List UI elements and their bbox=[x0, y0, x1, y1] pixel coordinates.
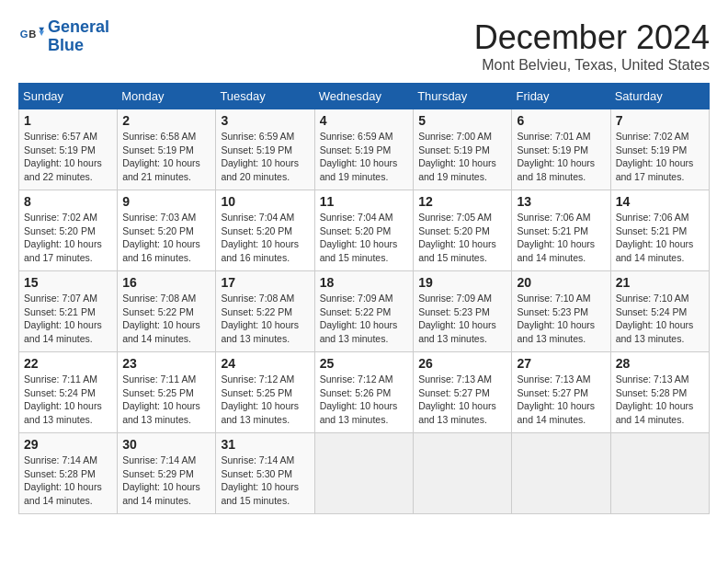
column-header-monday: Monday bbox=[118, 84, 216, 109]
day-info: Sunrise: 7:14 AMSunset: 5:29 PMDaylight:… bbox=[122, 454, 210, 508]
day-number: 2 bbox=[122, 113, 210, 128]
day-info: Sunrise: 7:04 AMSunset: 5:20 PMDaylight:… bbox=[221, 211, 309, 265]
calendar-subtitle: Mont Belvieu, Texas, United States bbox=[474, 57, 710, 74]
day-info: Sunrise: 7:02 AMSunset: 5:20 PMDaylight:… bbox=[24, 211, 112, 265]
calendar-cell: 30Sunrise: 7:14 AMSunset: 5:29 PMDayligh… bbox=[118, 433, 216, 514]
day-number: 24 bbox=[221, 356, 309, 371]
day-info: Sunrise: 7:02 AMSunset: 5:19 PMDaylight:… bbox=[616, 130, 704, 184]
svg-marker-3 bbox=[39, 30, 44, 36]
column-header-friday: Friday bbox=[512, 84, 610, 109]
calendar-cell: 9Sunrise: 7:03 AMSunset: 5:20 PMDaylight… bbox=[118, 190, 216, 271]
day-number: 28 bbox=[616, 356, 704, 371]
day-number: 13 bbox=[517, 194, 605, 209]
column-header-tuesday: Tuesday bbox=[216, 84, 314, 109]
day-info: Sunrise: 7:08 AMSunset: 5:22 PMDaylight:… bbox=[122, 292, 210, 346]
day-number: 16 bbox=[122, 275, 210, 290]
day-number: 17 bbox=[221, 275, 309, 290]
column-header-sunday: Sunday bbox=[19, 84, 118, 109]
calendar-cell: 13Sunrise: 7:06 AMSunset: 5:21 PMDayligh… bbox=[512, 190, 610, 271]
page-header: G B General Blue December 2024 Mont Belv… bbox=[18, 18, 710, 74]
calendar-cell: 12Sunrise: 7:05 AMSunset: 5:20 PMDayligh… bbox=[414, 190, 512, 271]
day-number: 15 bbox=[24, 275, 112, 290]
day-info: Sunrise: 7:13 AMSunset: 5:27 PMDaylight:… bbox=[517, 373, 605, 427]
calendar-cell: 28Sunrise: 7:13 AMSunset: 5:28 PMDayligh… bbox=[610, 352, 709, 433]
calendar-title: December 2024 bbox=[474, 18, 710, 57]
calendar-cell: 8Sunrise: 7:02 AMSunset: 5:20 PMDaylight… bbox=[19, 190, 118, 271]
day-info: Sunrise: 7:05 AMSunset: 5:20 PMDaylight:… bbox=[418, 211, 506, 265]
day-info: Sunrise: 6:59 AMSunset: 5:19 PMDaylight:… bbox=[320, 130, 409, 184]
calendar-cell: 11Sunrise: 7:04 AMSunset: 5:20 PMDayligh… bbox=[314, 190, 414, 271]
calendar-cell: 31Sunrise: 7:14 AMSunset: 5:30 PMDayligh… bbox=[216, 433, 314, 514]
day-number: 8 bbox=[24, 194, 112, 209]
day-info: Sunrise: 7:04 AMSunset: 5:20 PMDaylight:… bbox=[320, 211, 409, 265]
calendar-cell: 21Sunrise: 7:10 AMSunset: 5:24 PMDayligh… bbox=[610, 271, 709, 352]
calendar-cell: 16Sunrise: 7:08 AMSunset: 5:22 PMDayligh… bbox=[118, 271, 216, 352]
calendar-cell: 29Sunrise: 7:14 AMSunset: 5:28 PMDayligh… bbox=[19, 433, 118, 514]
title-section: December 2024 Mont Belvieu, Texas, Unite… bbox=[474, 18, 710, 74]
calendar-cell: 4Sunrise: 6:59 AMSunset: 5:19 PMDaylight… bbox=[314, 109, 414, 190]
calendar-header-row: SundayMondayTuesdayWednesdayThursdayFrid… bbox=[19, 84, 710, 109]
calendar-cell: 15Sunrise: 7:07 AMSunset: 5:21 PMDayligh… bbox=[19, 271, 118, 352]
calendar-row: 8Sunrise: 7:02 AMSunset: 5:20 PMDaylight… bbox=[19, 190, 710, 271]
calendar-cell: 22Sunrise: 7:11 AMSunset: 5:24 PMDayligh… bbox=[19, 352, 118, 433]
day-info: Sunrise: 7:06 AMSunset: 5:21 PMDaylight:… bbox=[616, 211, 704, 265]
day-info: Sunrise: 7:14 AMSunset: 5:28 PMDaylight:… bbox=[24, 454, 112, 508]
day-number: 30 bbox=[122, 437, 210, 452]
calendar-cell: 24Sunrise: 7:12 AMSunset: 5:25 PMDayligh… bbox=[216, 352, 314, 433]
day-number: 18 bbox=[320, 275, 409, 290]
day-number: 26 bbox=[418, 356, 506, 371]
day-info: Sunrise: 6:58 AMSunset: 5:19 PMDaylight:… bbox=[122, 130, 210, 184]
day-info: Sunrise: 7:13 AMSunset: 5:28 PMDaylight:… bbox=[616, 373, 704, 427]
calendar-cell bbox=[314, 433, 414, 514]
day-info: Sunrise: 7:07 AMSunset: 5:21 PMDaylight:… bbox=[24, 292, 112, 346]
day-number: 6 bbox=[517, 113, 605, 128]
calendar-cell: 10Sunrise: 7:04 AMSunset: 5:20 PMDayligh… bbox=[216, 190, 314, 271]
day-number: 23 bbox=[122, 356, 210, 371]
day-info: Sunrise: 7:12 AMSunset: 5:25 PMDaylight:… bbox=[221, 373, 309, 427]
calendar-cell bbox=[610, 433, 709, 514]
calendar-row: 29Sunrise: 7:14 AMSunset: 5:28 PMDayligh… bbox=[19, 433, 710, 514]
day-info: Sunrise: 7:11 AMSunset: 5:25 PMDaylight:… bbox=[122, 373, 210, 427]
day-info: Sunrise: 7:11 AMSunset: 5:24 PMDaylight:… bbox=[24, 373, 112, 427]
calendar-cell: 1Sunrise: 6:57 AMSunset: 5:19 PMDaylight… bbox=[19, 109, 118, 190]
calendar-row: 22Sunrise: 7:11 AMSunset: 5:24 PMDayligh… bbox=[19, 352, 710, 433]
calendar-cell: 3Sunrise: 6:59 AMSunset: 5:19 PMDaylight… bbox=[216, 109, 314, 190]
day-info: Sunrise: 7:00 AMSunset: 5:19 PMDaylight:… bbox=[418, 130, 506, 184]
logo-text: General Blue bbox=[48, 18, 109, 55]
day-info: Sunrise: 7:09 AMSunset: 5:22 PMDaylight:… bbox=[320, 292, 409, 346]
day-info: Sunrise: 7:01 AMSunset: 5:19 PMDaylight:… bbox=[517, 130, 605, 184]
calendar-cell: 26Sunrise: 7:13 AMSunset: 5:27 PMDayligh… bbox=[414, 352, 512, 433]
column-header-saturday: Saturday bbox=[610, 84, 709, 109]
day-number: 4 bbox=[320, 113, 409, 128]
day-number: 19 bbox=[418, 275, 506, 290]
calendar-row: 1Sunrise: 6:57 AMSunset: 5:19 PMDaylight… bbox=[19, 109, 710, 190]
day-number: 3 bbox=[221, 113, 309, 128]
day-number: 21 bbox=[616, 275, 704, 290]
day-info: Sunrise: 7:10 AMSunset: 5:23 PMDaylight:… bbox=[517, 292, 605, 346]
day-info: Sunrise: 7:03 AMSunset: 5:20 PMDaylight:… bbox=[122, 211, 210, 265]
day-info: Sunrise: 6:57 AMSunset: 5:19 PMDaylight:… bbox=[24, 130, 112, 184]
day-number: 20 bbox=[517, 275, 605, 290]
day-number: 31 bbox=[221, 437, 309, 452]
calendar-cell: 19Sunrise: 7:09 AMSunset: 5:23 PMDayligh… bbox=[414, 271, 512, 352]
day-number: 22 bbox=[24, 356, 112, 371]
day-number: 1 bbox=[24, 113, 112, 128]
column-header-wednesday: Wednesday bbox=[314, 84, 414, 109]
calendar-cell: 17Sunrise: 7:08 AMSunset: 5:22 PMDayligh… bbox=[216, 271, 314, 352]
day-info: Sunrise: 7:08 AMSunset: 5:22 PMDaylight:… bbox=[221, 292, 309, 346]
day-info: Sunrise: 7:10 AMSunset: 5:24 PMDaylight:… bbox=[616, 292, 704, 346]
calendar-cell: 27Sunrise: 7:13 AMSunset: 5:27 PMDayligh… bbox=[512, 352, 610, 433]
day-info: Sunrise: 6:59 AMSunset: 5:19 PMDaylight:… bbox=[221, 130, 309, 184]
calendar-cell: 14Sunrise: 7:06 AMSunset: 5:21 PMDayligh… bbox=[610, 190, 709, 271]
day-number: 12 bbox=[418, 194, 506, 209]
calendar-cell: 18Sunrise: 7:09 AMSunset: 5:22 PMDayligh… bbox=[314, 271, 414, 352]
calendar-cell bbox=[512, 433, 610, 514]
calendar-row: 15Sunrise: 7:07 AMSunset: 5:21 PMDayligh… bbox=[19, 271, 710, 352]
calendar-cell: 7Sunrise: 7:02 AMSunset: 5:19 PMDaylight… bbox=[610, 109, 709, 190]
calendar-cell: 2Sunrise: 6:58 AMSunset: 5:19 PMDaylight… bbox=[118, 109, 216, 190]
day-number: 25 bbox=[320, 356, 409, 371]
logo: G B General Blue bbox=[18, 18, 109, 55]
day-number: 10 bbox=[221, 194, 309, 209]
day-info: Sunrise: 7:12 AMSunset: 5:26 PMDaylight:… bbox=[320, 373, 409, 427]
day-info: Sunrise: 7:13 AMSunset: 5:27 PMDaylight:… bbox=[418, 373, 506, 427]
